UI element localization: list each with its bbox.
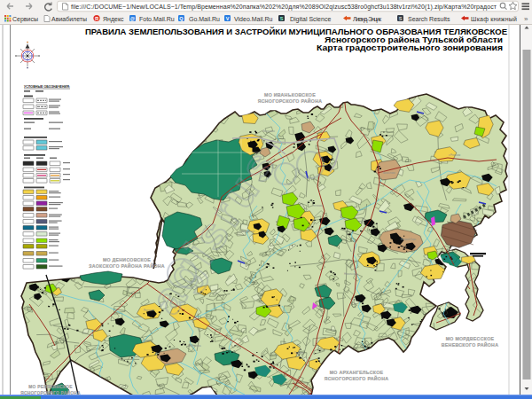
svg-text:Search Results: Search Results — [408, 16, 450, 22]
svg-text:Шкаф книжный: Шкаф книжный — [471, 16, 517, 23]
svg-text:Я: Я — [95, 16, 98, 21]
svg-text:»: » — [524, 15, 528, 23]
svg-text:Петровское: Петровское — [241, 230, 255, 233]
svg-text:S: S — [399, 16, 403, 21]
svg-text:Никольское: Никольское — [344, 272, 358, 276]
svg-text:МО РЕВЯКИНСКОЕ: МО РЕВЯКИНСКОЕ — [28, 385, 73, 389]
svg-text:ПРАВИЛА ЗЕМЛЕПОЛЬЗОВАНИЯ И ЗАС: ПРАВИЛА ЗЕМЛЕПОЛЬЗОВАНИЯ И ЗАСТРОЙКИ МУН… — [85, 27, 508, 36]
svg-text:Лиганд - Энцик: Лиганд - Энцик — [353, 16, 382, 23]
svg-text:МО ИВАНЬКОВСКОЕ: МО ИВАНЬКОВСКОЕ — [264, 92, 316, 98]
svg-text:Яндекс: Яндекс — [103, 16, 124, 23]
svg-text:Foto.Mail.Ru: Foto.Mail.Ru — [139, 16, 175, 22]
svg-text:ЯСНОГОРСКОГО РАЙОНА: ЯСНОГОРСКОГО РАЙОНА — [20, 389, 81, 395]
svg-text:МО ДЕНИСОВСКОЕ: МО ДЕНИСОВСКОЕ — [103, 257, 151, 262]
svg-text:ЯСНОГОРСКОГО РАЙОНА: ЯСНОГОРСКОГО РАЙОНА — [325, 375, 389, 381]
svg-text:Шевелевка: Шевелевка — [188, 344, 201, 348]
svg-text:Q: Q — [179, 16, 184, 21]
svg-text:Гурьево: Гурьево — [294, 351, 304, 355]
svg-text:S: S — [280, 16, 284, 21]
svg-text:Мокрый Корь: Мокрый Корь — [401, 238, 417, 241]
svg-text:Ревякино: Ревякино — [144, 309, 155, 312]
svg-text:ЯСНОГОРСКОГО РАЙОНА: ЯСНОГОРСКОГО РАЙОНА — [258, 98, 323, 104]
svg-text:ЗАОКСКОГО РАЙОНА РАЙОНА: ЗАОКСКОГО РАЙОНА РАЙОНА — [89, 262, 165, 269]
svg-text:МО МОРДВЕССКОЕ: МО МОРДВЕССКОЕ — [446, 336, 495, 341]
svg-text:Авиабилеты: Авиабилеты — [51, 16, 87, 22]
svg-text:Сервисы: Сервисы — [12, 16, 38, 23]
svg-text:МО АРХАНГЕЛЬСКОЕ: МО АРХАНГЕЛЬСКОЕ — [330, 370, 384, 375]
svg-text:Video.Mail.Ru: Video.Mail.Ru — [234, 16, 273, 22]
svg-text:V: V — [226, 16, 230, 21]
svg-text:ВЕНЕВСКОГО РАЙОНА: ВЕНЕВСКОГО РАЙОНА — [442, 341, 498, 348]
svg-text:Богослово: Богослово — [383, 171, 395, 175]
svg-text:file:///C:/DOCUME~1/New/LOCALS: file:///C:/DOCUME~1/New/LOCALS~1/Temp/Вр… — [71, 4, 497, 11]
svg-text:Go.Mail.Ru: Go.Mail.Ru — [189, 16, 220, 22]
svg-text:@: @ — [130, 16, 136, 21]
svg-text:Карта градостроительного зонир: Карта градостроительного зонирования — [317, 43, 503, 52]
svg-text:УСЛОВНЫЕ ОБОЗНАЧЕНИЯ:: УСЛОВНЫЕ ОБОЗНАЧЕНИЯ: — [24, 85, 70, 89]
svg-text:Теляково: Теляково — [312, 204, 323, 207]
svg-text:к Ряжским: к Ряжским — [449, 153, 460, 157]
svg-text:Иваньково: Иваньково — [262, 129, 275, 133]
svg-text:Digital Science: Digital Science — [290, 16, 331, 23]
